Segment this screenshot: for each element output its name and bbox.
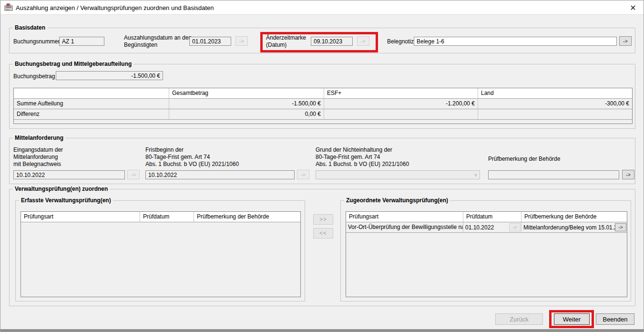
table-row: Summe Aufteilung -1.500,00 € -1.200,00 €… <box>14 99 632 109</box>
aufteilung-cell-gesamt: -1.500,00 € <box>169 99 324 109</box>
group-zuordnen-title: Verwaltungsprüfung(en) zuordnen <box>13 186 110 192</box>
group-aufteilung: Buchungsbetrag und Mittelgeberaufteilung… <box>9 64 635 129</box>
group-basisdaten-title: Basisdaten <box>13 24 47 31</box>
buchungsbetrag-field[interactable]: -1.500,00 € <box>56 71 163 80</box>
erfasste-header-pruefungsart: Prüfungsart <box>21 212 140 222</box>
window-title: Auszahlung anzeigen / Verwaltungsprüfung… <box>16 4 214 11</box>
aenderzeitmarke-edit-button: -> <box>357 36 369 46</box>
app-icon <box>4 3 13 11</box>
zugeordnete-table[interactable]: Prüfungsart Prüfdatum Prüfbemerkung der … <box>346 211 627 297</box>
group-zugeordnete: Zugeordnete Verwaltungsprüfung(en) Prüfu… <box>340 200 631 301</box>
buchungsnummer-label: Buchungsnummer <box>13 38 60 45</box>
fristbeginn-field[interactable]: 10.10.2022 <box>145 170 295 179</box>
zugeordnete-cell-pruefungsart: Vor-Ort-Überprüfung der Bewilligungsstel… <box>346 222 463 232</box>
zugeordnete-cell-pruefdatum: 01.10.2022 -> <box>463 222 521 232</box>
group-erfasste-title: Erfasste Verwaltungsprüfung(en) <box>19 197 113 204</box>
aufteilung-cell-esf: -1.200,00 € <box>324 99 478 109</box>
eingangsdatum-edit-button: -> <box>127 170 140 179</box>
aufteilung-header-land: Land <box>478 88 632 98</box>
pruefdatum-edit-button: -> <box>509 223 521 231</box>
assign-right-button: >> <box>313 214 333 225</box>
erfasste-header-pruefdatum: Prüfdatum <box>140 212 194 222</box>
eingangsdatum-field[interactable]: 10.10.2022 <box>13 170 125 179</box>
zugeordnete-header-pruefungsart: Prüfungsart <box>346 212 463 222</box>
fristbeginn-edit-button: -> <box>297 170 309 179</box>
chevron-down-icon: ∨ <box>474 172 478 178</box>
auszahlungsdatum-edit-button: -> <box>235 36 248 46</box>
aufteilung-row-label: Differenz <box>14 109 169 119</box>
zugeordnete-cell-pruefbemerkung: Mittelanforderung/Beleg vom 15.01.202 -> <box>521 222 627 232</box>
table-row[interactable]: Vor-Ort-Überprüfung der Bewilligungsstel… <box>346 222 627 233</box>
group-basisdaten: Basisdaten Buchungsnummer AZ 1 Auszahlun… <box>9 28 635 53</box>
pruefdatum-value: 01.10.2022 <box>465 223 509 232</box>
belegnotiz-label: Belegnotiz <box>387 38 414 45</box>
erfasste-header-pruefbemerkung: Prüfbemerkung der Behörde <box>194 212 300 222</box>
grund-label: Grund der Nichteinhaltung der 80-Tage-Fr… <box>316 146 409 168</box>
pruefbemerkung-value: Mittelanforderung/Beleg vom 15.01.202 <box>523 223 615 232</box>
dialog-window: Auszahlung anzeigen / Verwaltungsprüfung… <box>0 0 644 332</box>
aufteilung-header-blank <box>14 88 169 98</box>
grund-dropdown: ∨ <box>316 170 480 179</box>
fristbeginn-label: Fristbeginn der 80-Tage-Frist gem. Art 7… <box>145 146 239 168</box>
aufteilung-table: Gesamtbetrag ESF+ Land Summe Aufteilung … <box>13 88 633 124</box>
title-bar: Auszahlung anzeigen / Verwaltungsprüfung… <box>0 0 644 15</box>
group-mittelanforderung-title: Mittelanforderung <box>13 135 65 141</box>
zugeordnete-header-pruefdatum: Prüfdatum <box>463 212 521 222</box>
buchungsbetrag-label: Buchungsbetrag <box>13 73 55 80</box>
aufteilung-row-label: Summe Aufteilung <box>14 99 169 109</box>
window-bottom-edge <box>0 329 644 332</box>
buchungsnummer-field[interactable]: AZ 1 <box>59 37 104 46</box>
weiter-button[interactable]: Weiter <box>554 313 590 325</box>
close-icon[interactable]: ✕ <box>627 2 639 13</box>
zurueck-button: Zurück <box>495 313 543 325</box>
assign-left-button: << <box>313 228 333 239</box>
pruefbemerkung-field[interactable] <box>488 170 619 179</box>
belegnotiz-field[interactable]: Belege 1-6 <box>414 37 617 46</box>
group-erfasste: Erfasste Verwaltungsprüfung(en) Prüfungs… <box>15 200 305 301</box>
group-mittelanforderung: Mittelanforderung Eingangsdatum der Mitt… <box>9 138 635 184</box>
aufteilung-cell-esf <box>324 109 478 119</box>
zugeordnete-header-pruefbemerkung: Prüfbemerkung der Behörde <box>521 212 627 222</box>
pruefbemerkung-edit-button[interactable]: -> <box>622 170 634 179</box>
aenderzeitmarke-field[interactable]: 09.10.2023 <box>311 37 353 46</box>
aenderzeitmarke-label: Änderzeitmarke (Datum) <box>266 34 306 49</box>
aufteilung-cell-gesamt: 0,00 € <box>169 109 324 119</box>
beenden-button[interactable]: Beenden <box>596 313 634 325</box>
aufteilung-cell-land <box>478 109 632 119</box>
table-row: Differenz 0,00 € <box>14 109 632 120</box>
erfasste-table[interactable]: Prüfungsart Prüfdatum Prüfbemerkung der … <box>20 211 301 297</box>
belegnotiz-edit-button[interactable]: -> <box>619 36 632 46</box>
group-zugeordnete-title: Zugeordnete Verwaltungsprüfung(en) <box>344 197 450 204</box>
eingangsdatum-label: Eingangsdatum der Mittelanforderung mit … <box>13 146 63 168</box>
aufteilung-cell-land: -300,00 € <box>478 99 632 109</box>
aufteilung-table-header: Gesamtbetrag ESF+ Land <box>14 88 632 99</box>
auszahlungsdatum-field[interactable]: 01.01.2023 <box>189 37 231 46</box>
group-aufteilung-title: Buchungsbetrag und Mittelgeberaufteilung <box>13 61 133 67</box>
group-zuordnen: Verwaltungsprüfung(en) zuordnen Erfasste… <box>9 189 635 306</box>
auszahlungsdatum-label: Auszahlungsdatum an den Begünstigten <box>124 34 192 49</box>
pruefbemerkung-label: Prüfbemerkung der Behörde <box>488 156 560 162</box>
erfasste-table-header: Prüfungsart Prüfdatum Prüfbemerkung der … <box>21 212 300 222</box>
zugeordnete-table-header: Prüfungsart Prüfdatum Prüfbemerkung der … <box>346 212 627 222</box>
pruefbemerkung-edit-button[interactable]: -> <box>615 223 626 231</box>
aufteilung-header-gesamtbetrag: Gesamtbetrag <box>169 88 324 98</box>
aufteilung-header-esf: ESF+ <box>324 88 478 98</box>
